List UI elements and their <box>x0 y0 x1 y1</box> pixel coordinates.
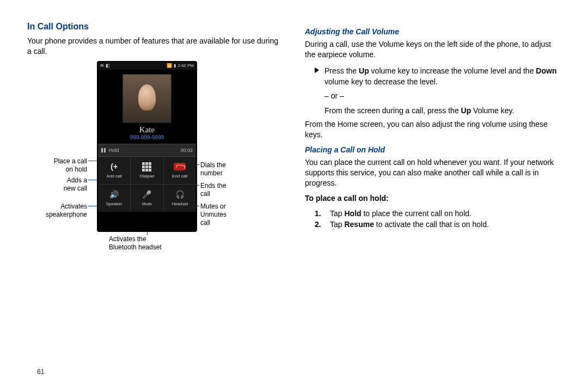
speaker-icon: 🔊 <box>108 189 120 199</box>
headset-button[interactable]: 🎧 Headset <box>164 185 196 212</box>
volume-bullet: Press the Up volume key to increase the … <box>315 65 561 116</box>
section-heading: In Call Options <box>27 22 283 32</box>
pause-icon <box>101 148 106 152</box>
subheading-volume: Adjusting the Call Volume <box>305 27 561 36</box>
headset-icon: 🎧 <box>174 189 186 199</box>
t: to place the current call on hold. <box>362 209 471 218</box>
addcall-icon <box>108 162 120 171</box>
dialpad-button[interactable]: Dialpad <box>131 157 163 184</box>
t: volume key to decrease the level. <box>324 77 438 86</box>
status-bar: ✉◧ 📶▮2:42 PM <box>98 62 196 70</box>
callout-dialpad: Dials thenumber <box>200 161 226 177</box>
addcall-label: Add call <box>106 174 121 179</box>
endcall-label: End call <box>172 174 187 179</box>
callout-endcall: Ends thecall <box>200 182 226 198</box>
bold-resume: Resume <box>344 220 373 229</box>
call-timer: 00:02 <box>180 148 193 153</box>
bold-down: Down <box>536 66 556 75</box>
speaker-label: Speaker <box>106 201 122 206</box>
mute-icon: 🎤 <box>141 189 153 199</box>
step-number: 1. <box>315 209 324 218</box>
t: From the screen during a call, press the <box>324 106 461 115</box>
callout-addcall: Adds anew call <box>27 176 87 193</box>
phone-diagram: Place a callon hold Adds anew call Activ… <box>27 62 267 291</box>
triangle-bullet-icon <box>315 68 319 73</box>
speaker-button[interactable]: 🔊 Speaker <box>98 185 130 212</box>
t: Volume key. <box>471 106 514 115</box>
addcall-button[interactable]: Add call <box>98 157 130 184</box>
contact-number: 999-999-9999 <box>98 134 196 140</box>
endcall-button[interactable]: End call <box>164 157 196 184</box>
dialpad-icon <box>141 162 153 171</box>
step-number: 2. <box>315 220 324 229</box>
contact-photo <box>122 74 171 123</box>
or-separator: – or – <box>324 90 561 101</box>
mute-button[interactable]: 🎤 Mute <box>131 185 163 212</box>
headset-label: Headset <box>171 201 188 206</box>
hold-steps-heading: To place a call on hold: <box>305 193 561 204</box>
callout-hold: Place a callon hold <box>27 157 87 174</box>
step-1: 1. Tap Hold to place the current call on… <box>315 209 561 218</box>
callout-mute: Mutes orUnmutescall <box>200 203 226 227</box>
callout-speaker: Activatesspeakerphone <box>27 203 87 219</box>
dialpad-label: Dialpad <box>139 174 154 179</box>
t: to activate the call that is on hold. <box>374 220 489 229</box>
endcall-icon <box>174 162 186 171</box>
phone-frame: ✉◧ 📶▮2:42 PM Kate 999-999-9999 Hold 00:0… <box>98 62 196 231</box>
bold-up: Up <box>359 66 369 75</box>
step-2: 2. Tap Resume to activate the call that … <box>315 220 561 229</box>
hold-intro: You can place the current call on hold w… <box>305 157 561 188</box>
t: volume key to increase the volume level … <box>369 66 536 75</box>
hold-label: Hold <box>109 148 119 153</box>
volume-home-note: From the Home screen, you can also adjus… <box>305 119 561 140</box>
t: Tap <box>330 220 344 229</box>
subheading-hold: Placing a Call on Hold <box>305 145 561 154</box>
contact-name: Kate <box>98 125 196 134</box>
status-time: 2:42 PM <box>177 63 194 68</box>
intro-text: Your phone provides a number of features… <box>27 36 283 57</box>
page-number: 61 <box>37 368 44 376</box>
hold-bar[interactable]: Hold 00:02 <box>98 144 196 157</box>
t: Tap <box>330 209 344 218</box>
mute-label: Mute <box>142 201 152 206</box>
bold-hold: Hold <box>344 209 361 218</box>
volume-intro: During a call, use the Volume keys on th… <box>305 39 561 60</box>
bold-up2: Up <box>461 106 471 115</box>
callout-headset: Activates theBluetooth headset <box>109 235 185 252</box>
t: Press the <box>324 66 359 75</box>
